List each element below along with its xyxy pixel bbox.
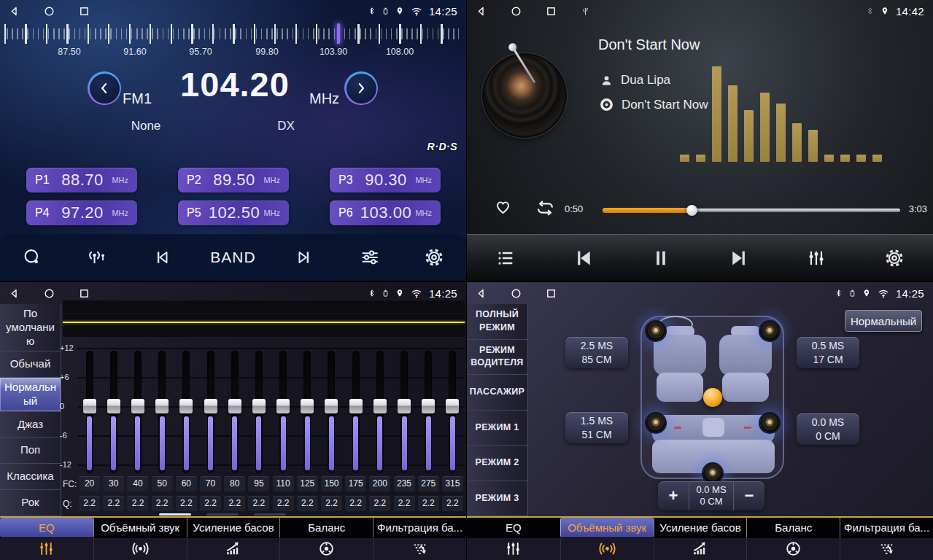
eq-band-slider[interactable] — [247, 351, 271, 475]
preset-p3[interactable]: P390.30MHz — [330, 168, 441, 192]
progress-thumb[interactable] — [686, 205, 697, 216]
mode-3[interactable]: РЕЖИМ 3 — [467, 481, 527, 517]
playlist-icon[interactable] — [489, 248, 522, 268]
recents-icon[interactable] — [79, 6, 90, 17]
eq-band-slider[interactable] — [101, 351, 125, 475]
slider-handle[interactable] — [131, 399, 144, 413]
eq-band-slider[interactable] — [222, 351, 247, 475]
tuning-dial[interactable] — [4, 24, 459, 44]
tab-eq[interactable]: EQ — [467, 518, 560, 560]
slider-handle[interactable] — [228, 399, 241, 413]
back-icon[interactable] — [9, 6, 20, 17]
slider-handle[interactable] — [373, 399, 387, 413]
tab-bass-boost[interactable]: Усиление басов — [187, 518, 280, 560]
recents-icon[interactable] — [546, 288, 557, 299]
recents-icon[interactable] — [79, 288, 90, 299]
eq-preset-rock[interactable]: Рок — [0, 490, 61, 516]
slider-handle[interactable] — [107, 399, 120, 413]
slider-handle[interactable] — [252, 399, 266, 413]
next-track-icon[interactable] — [723, 247, 755, 269]
band-scroll-indicator[interactable] — [206, 513, 239, 516]
settings-gear-icon[interactable] — [878, 248, 910, 268]
profile-button[interactable]: Нормальный — [845, 310, 922, 332]
progress-bar[interactable] — [603, 209, 900, 212]
home-icon[interactable] — [44, 288, 55, 299]
delay-rear-left[interactable]: 1.5 MS 51 CM — [565, 412, 628, 443]
broadcast-icon[interactable] — [81, 248, 113, 267]
eq-band-slider[interactable] — [198, 351, 222, 475]
tune-sliders-icon[interactable] — [353, 247, 385, 268]
slider-handle[interactable] — [179, 399, 193, 413]
favorite-heart-icon[interactable] — [493, 198, 513, 216]
mode-full[interactable]: ПОЛНЫЙ РЕЖИМ — [467, 304, 527, 340]
eq-band-slider[interactable] — [271, 351, 295, 475]
slider-handle[interactable] — [276, 399, 290, 413]
eq-band-slider[interactable] — [295, 351, 320, 475]
slider-handle[interactable] — [446, 399, 459, 413]
listening-position-marker[interactable] — [703, 388, 722, 407]
eq-band-slider[interactable] — [174, 351, 198, 475]
mode-passenger[interactable]: ПАССАЖИР — [467, 375, 527, 411]
slider-handle[interactable] — [155, 399, 169, 413]
seek-down-button[interactable] — [88, 71, 121, 105]
increase-button[interactable]: + — [658, 481, 689, 510]
tab-eq[interactable]: EQ — [0, 518, 93, 560]
mode-1[interactable]: РЕЖИМ 1 — [467, 411, 527, 446]
home-icon[interactable] — [511, 288, 522, 299]
tab-balance[interactable]: Баланс — [746, 518, 840, 560]
slider-handle[interactable] — [83, 399, 96, 413]
tab-bass-boost[interactable]: Усиление басов — [654, 518, 747, 560]
mode-2[interactable]: РЕЖИМ 2 — [467, 446, 527, 481]
tab-surround[interactable]: Объёмный звук — [560, 518, 654, 560]
seek-up-button[interactable] — [344, 71, 378, 105]
back-icon[interactable] — [9, 288, 20, 299]
pause-icon[interactable] — [645, 247, 677, 269]
band-scroll-indicator[interactable] — [159, 513, 191, 516]
delay-rear-right[interactable]: 0.0 MS 0 CM — [797, 413, 859, 445]
tab-balance[interactable]: Баланс — [279, 518, 373, 560]
eq-band-slider[interactable] — [417, 351, 441, 475]
eq-preset-pop[interactable]: Поп — [0, 438, 61, 464]
recents-icon[interactable] — [546, 6, 557, 17]
previous-track-icon[interactable] — [568, 247, 600, 269]
home-icon[interactable] — [44, 6, 55, 17]
eq-preset-default[interactable]: По умолчанию — [0, 304, 61, 351]
decrease-button[interactable]: − — [734, 481, 764, 510]
scan-icon[interactable] — [16, 247, 48, 268]
eq-preset-jazz[interactable]: Джаз — [0, 412, 61, 438]
next-icon[interactable] — [288, 248, 320, 267]
preset-p2[interactable]: P289.50MHz — [178, 168, 289, 192]
slider-handle[interactable] — [325, 399, 338, 413]
eq-preset-normal[interactable]: Нормальный — [0, 378, 61, 412]
preset-p1[interactable]: P188.70MHz — [26, 168, 137, 192]
preset-p5[interactable]: P5102.50MHz — [178, 201, 289, 225]
eq-preset-custom[interactable]: Обычай — [0, 351, 61, 378]
home-icon[interactable] — [511, 6, 522, 17]
previous-icon[interactable] — [146, 248, 178, 267]
equalizer-icon[interactable] — [800, 248, 832, 268]
settings-gear-icon[interactable] — [418, 247, 450, 268]
band-scroll-indicator[interactable] — [254, 513, 286, 516]
tab-filter[interactable]: Фильтрация ба... — [840, 518, 933, 560]
slider-handle[interactable] — [422, 399, 435, 413]
back-icon[interactable] — [476, 288, 487, 299]
preset-p4[interactable]: P497.20MHz — [26, 201, 137, 225]
eq-band-slider[interactable] — [344, 351, 368, 475]
eq-preset-classic[interactable]: Классика — [0, 464, 61, 490]
eq-band-slider[interactable] — [368, 351, 392, 475]
eq-band-slider[interactable] — [441, 351, 465, 475]
slider-handle[interactable] — [204, 399, 217, 413]
slider-handle[interactable] — [301, 399, 314, 413]
slider-handle[interactable] — [398, 399, 411, 413]
tab-filter[interactable]: Фильтрация ба... — [373, 518, 466, 560]
eq-band-slider[interactable] — [392, 351, 416, 475]
eq-band-slider[interactable] — [320, 351, 344, 475]
preset-p6[interactable]: P6103.00MHz — [330, 201, 441, 225]
repeat-icon[interactable] — [534, 199, 557, 217]
eq-band-slider[interactable] — [77, 351, 101, 475]
delay-front-left[interactable]: 2.5 MS 85 CM — [565, 337, 628, 368]
tab-surround[interactable]: Объёмный звук — [93, 518, 187, 560]
eq-band-slider[interactable] — [125, 351, 150, 475]
delay-front-right[interactable]: 0.5 MS 17 CM — [797, 337, 859, 368]
back-icon[interactable] — [476, 6, 487, 17]
